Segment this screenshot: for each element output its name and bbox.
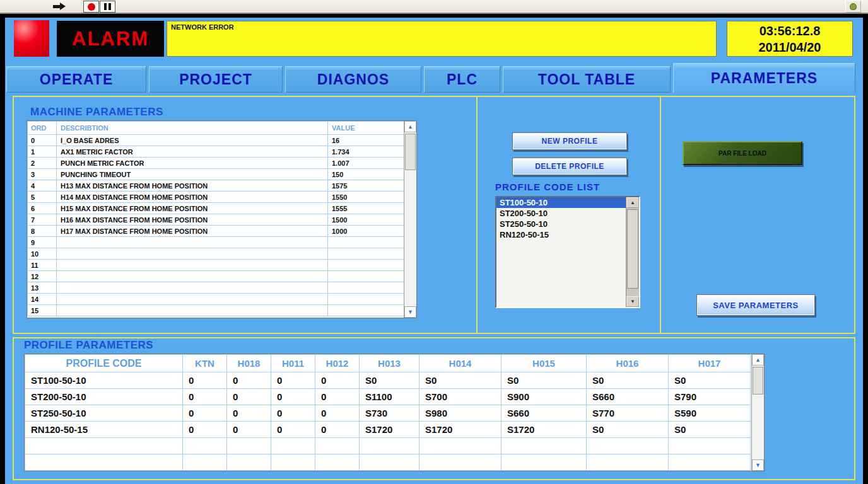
machine-parameter-row[interactable]: 13	[28, 282, 404, 294]
cell-value: 1500	[328, 214, 404, 226]
datetime-display: 03:56:12.8 2011/04/20	[727, 21, 853, 57]
help-button[interactable]	[845, 1, 861, 13]
machine-table-scrollbar[interactable]: ▲ ▼	[404, 121, 416, 318]
alarm-banner[interactable]: ALARM	[57, 21, 164, 57]
cell-ord: 4	[28, 180, 57, 192]
cell-value	[183, 438, 227, 454]
cell-value: 0	[183, 372, 227, 389]
column-header: H012	[315, 355, 360, 372]
scroll-up-button[interactable]: ▲	[626, 197, 639, 208]
cell-value	[328, 237, 404, 248]
alarm-indicator-lamp[interactable]	[14, 20, 49, 57]
tab-tool-table[interactable]: TOOL TABLE	[503, 66, 671, 93]
screen-frame: ALARM NETWORK ERROR 03:56:12.8 2011/04/2…	[0, 14, 868, 484]
cell-value: S0	[587, 372, 669, 389]
cell-value: 0	[315, 389, 360, 405]
cell-value: 0	[271, 372, 315, 389]
machine-parameter-row[interactable]: 0I_O BASE ADRES16	[28, 135, 404, 146]
clock-time: 03:56:12.8	[727, 23, 852, 39]
save-parameters-button[interactable]: SAVE PARAMETERS	[696, 294, 815, 316]
profile-code-item[interactable]: ST250-50-10	[496, 219, 626, 229]
cell-value: 0	[227, 405, 271, 422]
profile-parameters-row[interactable]: ST200-50-100000S1100S700S900S660S790	[25, 389, 751, 405]
profile-parameters-row[interactable]	[25, 438, 751, 454]
forward-arrow-icon[interactable]	[53, 5, 60, 8]
profile-parameters-row[interactable]	[25, 454, 751, 471]
par-file-load-button[interactable]: PAR FILE LOAD	[683, 141, 802, 165]
machine-parameter-row[interactable]: 11	[28, 260, 404, 271]
profile-list-scrollbar[interactable]: ▲ ▼	[626, 197, 639, 307]
delete-profile-button[interactable]: DELETE PROFILE	[512, 158, 627, 175]
machine-parameters-header-row: ORDDESCRIBTIONVALUE	[28, 122, 404, 135]
cell-ord: 7	[28, 214, 57, 226]
machine-parameter-row[interactable]: 2PUNCH METRIC FACTOR1.007	[28, 158, 404, 169]
cell-value: S0	[587, 422, 669, 438]
cell-description	[57, 305, 328, 316]
cell-profile-code	[25, 454, 183, 471]
cell-description	[57, 237, 328, 248]
cell-value	[315, 438, 360, 454]
cell-value	[501, 438, 587, 454]
tab-project[interactable]: PROJECT	[149, 66, 283, 93]
machine-parameter-row[interactable]: 12	[28, 271, 404, 282]
scroll-thumb[interactable]	[627, 209, 638, 289]
machine-parameter-row[interactable]: 10	[28, 248, 404, 260]
cell-value	[328, 248, 404, 260]
machine-parameter-row[interactable]: 5H14 MAX DISTANCE FROM HOME POSITION1550	[28, 192, 404, 203]
cell-value: S700	[419, 389, 501, 405]
profile-parameters-row[interactable]: RN120-50-150000S1720S1720S1720S0S0	[25, 422, 751, 438]
scroll-thumb[interactable]	[753, 367, 763, 395]
tab-operate[interactable]: OPERATE	[6, 66, 146, 93]
screen-content: ALARM NETWORK ERROR 03:56:12.8 2011/04/2…	[5, 18, 863, 484]
help-icon	[850, 3, 857, 10]
cell-value	[419, 454, 501, 471]
profile-code-item[interactable]: RN120-50-15	[496, 229, 626, 240]
cell-value: S0	[669, 422, 751, 438]
record-button[interactable]	[83, 1, 99, 13]
machine-parameters-table: ORDDESCRIBTIONVALUE 0I_O BASE ADRES161AX…	[26, 120, 417, 318]
cell-value: S900	[501, 389, 587, 405]
cell-ord: 6	[28, 203, 57, 214]
cell-value: S0	[501, 372, 587, 389]
profile-parameters-row[interactable]: ST100-50-100000S0S0S0S0S0	[25, 372, 751, 389]
machine-parameter-row[interactable]: 8H17 MAX DISTANCE FROM HOME POSITION1000	[28, 226, 404, 237]
tab-diagnos[interactable]: DIAGNOS	[285, 66, 421, 93]
cell-description: H16 MAX DISTANCE FROM HOME POSITION	[57, 214, 328, 226]
cell-value: 150	[328, 169, 404, 180]
new-profile-button[interactable]: NEW PROFILE	[512, 132, 627, 150]
scroll-down-button[interactable]: ▼	[752, 459, 764, 471]
pause-button[interactable]	[100, 1, 115, 13]
cell-value: 0	[227, 389, 271, 405]
cell-ord: 1	[28, 146, 57, 158]
tab-parameters[interactable]: PARAMETERS	[673, 63, 855, 93]
tab-plc[interactable]: PLC	[424, 66, 500, 93]
cell-value	[419, 438, 501, 454]
scroll-up-button[interactable]: ▲	[752, 354, 764, 366]
machine-parameter-row[interactable]: 3PUNCHING TIMEOUT150	[28, 169, 404, 180]
scroll-up-button[interactable]: ▲	[404, 121, 416, 132]
machine-parameter-row[interactable]: 15	[28, 305, 404, 316]
cell-value: 1.734	[328, 146, 404, 158]
machine-parameter-row[interactable]: 14	[28, 294, 404, 305]
machine-parameter-row[interactable]: 4H13 MAX DISTANCE FROM HOME POSITION1575	[28, 180, 404, 192]
scroll-down-button[interactable]: ▼	[404, 306, 416, 318]
profile-code-item[interactable]: ST200-50-10	[496, 208, 626, 219]
scroll-down-button[interactable]: ▼	[626, 296, 639, 307]
machine-parameter-row[interactable]: 9	[28, 237, 404, 248]
machine-parameter-row[interactable]: 7H16 MAX DISTANCE FROM HOME POSITION1500	[28, 214, 404, 226]
cell-value: 0	[227, 372, 271, 389]
machine-parameter-row[interactable]: 1AX1 METRIC FACTOR1.734	[28, 146, 404, 158]
cell-value: 0	[315, 372, 360, 389]
cell-value: 1.007	[328, 158, 404, 169]
cell-description	[57, 282, 328, 294]
scroll-thumb[interactable]	[405, 134, 416, 170]
hmi-screen: ALARM NETWORK ERROR 03:56:12.8 2011/04/2…	[0, 0, 868, 484]
column-header: H016	[587, 355, 669, 372]
profile-code-item[interactable]: ST100-50-10	[496, 197, 626, 208]
profile-parameters-row[interactable]: ST250-50-100000S730S980S660S770S590	[25, 405, 751, 422]
cell-description: PUNCHING TIMEOUT	[57, 169, 328, 180]
machine-parameter-row[interactable]: 6H15 MAX DISTANCE FROM HOME POSITION1555	[28, 203, 404, 214]
cell-value: 1575	[328, 180, 404, 192]
cell-value: 16	[328, 135, 404, 146]
profile-table-scrollbar[interactable]: ▲ ▼	[751, 354, 764, 471]
